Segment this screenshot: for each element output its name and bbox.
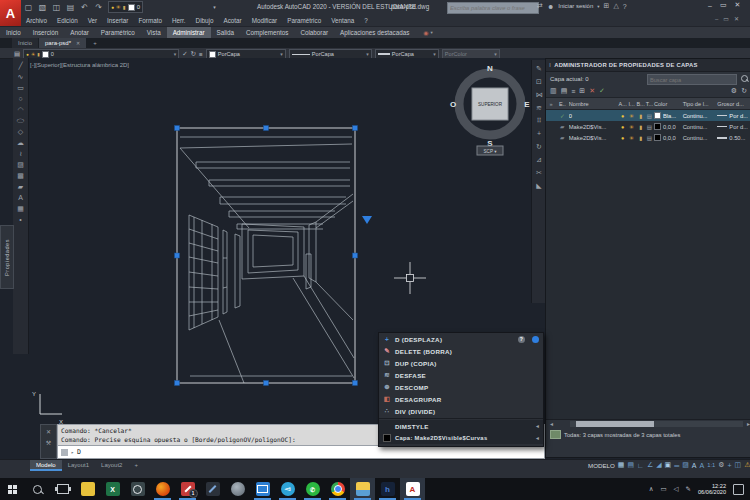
tab-administrar[interactable]: Administrar <box>167 27 211 38</box>
menu-item-descomp[interactable]: ⊛ DESCOMP <box>379 381 543 393</box>
file-tab-document[interactable]: para-psd* ✕ <box>39 38 86 48</box>
layer-lock-icon[interactable]: ▮ <box>636 135 645 141</box>
ribbon-caret-icon[interactable]: ▾ <box>431 30 433 35</box>
tray-expand-icon[interactable]: ∧ <box>649 485 654 493</box>
column-plot[interactable]: T... <box>645 101 654 107</box>
space-toggle-button[interactable]: MODELO <box>588 462 615 469</box>
layout-tab-layout1[interactable]: Layout1 <box>62 460 95 471</box>
layer-lineweight[interactable]: Por d... <box>729 124 748 130</box>
command-window-grip[interactable]: ✕ ⚒ <box>40 424 57 459</box>
layer-linetype[interactable]: Continu... <box>683 135 718 141</box>
tab-aplicaciones-destacadas[interactable]: Aplicaciones destacadas <box>334 27 415 38</box>
layer-color-swatch[interactable] <box>654 134 661 141</box>
scroll-left-icon[interactable]: ◂ <box>550 420 553 427</box>
capture-camera-icon[interactable]: ◉ <box>423 29 428 36</box>
menu-dibujo[interactable]: Dibujo <box>191 17 219 24</box>
menu-item-desfase[interactable]: ≋ DESFASE <box>379 369 543 381</box>
layer-on-bulb-icon[interactable]: ● <box>618 124 627 130</box>
layer-on-bulb-icon[interactable]: ● <box>618 113 627 119</box>
search-icon[interactable] <box>741 75 748 82</box>
display-icon[interactable]: ▭ <box>660 485 666 493</box>
undo-icon[interactable]: ↶ <box>80 3 89 12</box>
lineweight-display-icon[interactable]: ═ <box>674 462 679 469</box>
taskbar-app-autocad[interactable]: A <box>400 478 425 500</box>
column-status[interactable]: E.. <box>556 101 569 107</box>
new-file-icon[interactable]: ▢ <box>24 3 33 12</box>
table-icon[interactable]: ▦ <box>17 205 24 212</box>
menu-archivo[interactable]: Archivo <box>21 17 52 24</box>
layer-freeze-sun-icon[interactable]: ☀ <box>627 135 636 141</box>
pen-settings-icon[interactable]: ✎ <box>686 485 691 493</box>
object-snap-icon[interactable]: ▣ <box>665 461 672 469</box>
trim-icon[interactable]: ✂ <box>536 169 542 176</box>
viewcube[interactable]: N S E O SUPERIOR SCP ▾ <box>450 64 530 155</box>
help-search-input[interactable] <box>447 2 539 14</box>
taskbar-app-telegram[interactable]: ◅ <box>275 478 300 500</box>
menu-item-desagrupar[interactable]: ◧ DESAGRUPAR <box>379 393 543 405</box>
taskbar-search-button[interactable] <box>25 478 50 500</box>
layer-states-manager-icon[interactable]: ≡ <box>571 88 575 95</box>
menu-item-desplaza[interactable]: + D (DESPLAZA) ? <box>379 333 543 345</box>
menu-item-copia[interactable]: ⊡ DUP (COPIA) <box>379 357 543 369</box>
erase-icon[interactable]: ✎ <box>536 65 542 72</box>
autoscale-icon[interactable]: A <box>700 462 705 469</box>
layer-search-input[interactable] <box>647 74 737 85</box>
menu-item-dimstyle[interactable]: DIMSTYLE ◂ <box>379 420 543 432</box>
layer-linetype[interactable]: Continu... <box>683 124 718 130</box>
menu-item-divide[interactable]: ∴ DIV (DIVIDE) <box>379 405 543 417</box>
layer-settings-icon[interactable]: ⚙ <box>731 87 737 95</box>
delete-layer-icon[interactable]: ✕ <box>589 87 595 95</box>
layer-properties-icon[interactable]: ▤ <box>14 50 20 58</box>
hatch-icon[interactable]: ▨ <box>17 161 24 168</box>
column-color[interactable]: Color <box>654 101 683 107</box>
taskbar-app-chrome[interactable] <box>325 478 350 500</box>
rectangle-icon[interactable]: ▭ <box>17 84 24 91</box>
close-button[interactable]: ✕ <box>735 1 741 9</box>
menu-formato[interactable]: Formato <box>133 17 166 24</box>
customize-wrench-icon[interactable]: ⚒ <box>46 439 51 446</box>
mirror-icon[interactable]: ⋈ <box>536 91 543 98</box>
autocomplete-toggle-icon[interactable] <box>532 336 539 343</box>
autocad-app-menu-button[interactable]: A <box>0 0 21 26</box>
taskbar-app-obs[interactable] <box>125 478 150 500</box>
set-current-layer-icon[interactable]: ✓ <box>599 87 605 95</box>
command-input-value[interactable]: D <box>77 448 81 456</box>
column-lock[interactable]: B... <box>636 101 645 107</box>
signin-caret-icon[interactable]: ▾ <box>597 4 599 9</box>
scroll-thumb[interactable] <box>576 421 654 427</box>
layer-plot-icon[interactable]: ▤ <box>645 124 654 130</box>
copy-icon[interactable]: ⊡ <box>536 78 542 85</box>
taskbar-app-excel[interactable]: X <box>100 478 125 500</box>
qat-dropdown-caret-icon[interactable]: ▾ <box>210 4 219 10</box>
app-store-icon[interactable]: ⊞ <box>604 2 610 10</box>
spline-icon[interactable]: ≀ <box>19 150 22 157</box>
tab-colaborar[interactable]: Colaborar <box>294 27 334 38</box>
stretch-arrow-grip[interactable] <box>362 216 372 224</box>
layer-list-hscrollbar[interactable]: ◂ ▸ <box>546 419 750 428</box>
task-view-button[interactable] <box>50 478 75 500</box>
tab-vista[interactable]: Vista <box>141 27 167 38</box>
menu-herramientas[interactable]: Herr. <box>167 17 191 24</box>
volume-icon[interactable]: ◁ <box>674 485 679 493</box>
command-input-row[interactable]: ▸ D <box>57 446 545 459</box>
layout-tab-layout2[interactable]: Layout2 <box>95 460 128 471</box>
column-on[interactable]: A... <box>618 101 627 107</box>
layer-linetype[interactable]: Continu... <box>683 113 718 119</box>
restore-button[interactable]: ▭ <box>720 1 727 9</box>
point-icon[interactable]: • <box>19 216 21 223</box>
isodraft-icon[interactable]: ◢ <box>656 461 661 469</box>
new-layout-button[interactable]: + <box>128 460 144 471</box>
viewcube-west[interactable]: O <box>450 100 456 109</box>
polyline-icon[interactable]: ∿ <box>18 73 24 80</box>
signin-button[interactable]: Iniciar sesión <box>558 3 593 9</box>
layer-row-0[interactable]: ✓ 0 ● ☀ ▮ ▤ Bla... Continu... Por d... <box>546 110 750 121</box>
scale-icon[interactable]: ⊿ <box>536 156 542 163</box>
tab-anotar[interactable]: Anotar <box>64 27 95 38</box>
annotation-scale-button[interactable]: 1:1 <box>707 462 715 468</box>
taskbar-app-photoshop-express[interactable]: 1 <box>175 478 200 500</box>
minimize-button[interactable]: ‒ <box>708 2 712 9</box>
layer-freeze-sun-icon[interactable]: ☀ <box>627 124 636 130</box>
transparency-icon[interactable]: ▨ <box>682 461 689 469</box>
new-drawing-tab-button[interactable]: + <box>87 38 103 48</box>
taskbar-app-steam[interactable] <box>225 478 250 500</box>
